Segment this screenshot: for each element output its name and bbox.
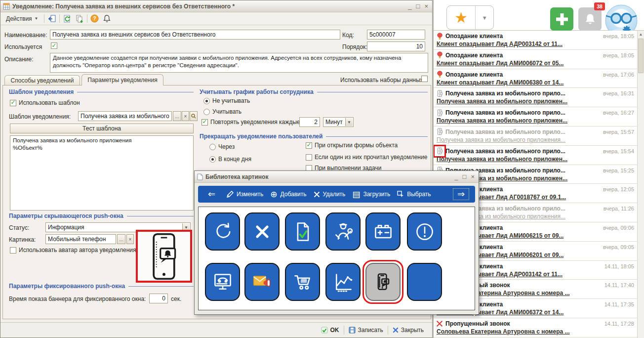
- chevron-down-icon[interactable]: ▼: [476, 6, 493, 29]
- tile-sync-icon[interactable]: [205, 212, 240, 251]
- notification-time: вчера, 18:05: [603, 52, 636, 58]
- notification-link[interactable]: Соловьева Екатерина Артуровна с номера .…: [437, 328, 637, 335]
- list-scrollbar[interactable]: ▲: [637, 31, 644, 338]
- tile-cart-icon[interactable]: [285, 263, 320, 301]
- repeat-checkbox[interactable]: [201, 119, 208, 126]
- picture-pick-button[interactable]: ...: [117, 234, 125, 244]
- tile-empty[interactable]: [407, 263, 442, 301]
- order-label: Порядок:: [342, 43, 367, 50]
- picture-clear-button[interactable]: ×: [126, 234, 134, 244]
- reread-icon[interactable]: [47, 14, 57, 24]
- tile-cancel-icon[interactable]: [244, 212, 280, 251]
- notification-item[interactable]: Получена заявка из мобильного прило... в…: [434, 127, 637, 146]
- star-icon[interactable]: ★: [447, 6, 475, 29]
- forward-arrow-icon[interactable]: ⇒: [453, 188, 469, 200]
- tile-document-check-icon[interactable]: [285, 212, 320, 251]
- notification-item[interactable]: Получена заявка из мобильного прило... в…: [434, 88, 637, 107]
- notifications-button[interactable]: [578, 7, 602, 31]
- save-button[interactable]: Записать: [344, 325, 388, 335]
- notification-link[interactable]: Получена заявка из мобильного приложен..…: [437, 98, 637, 105]
- template-input[interactable]: Получена заявка из мобильного: [78, 111, 172, 121]
- notification-item[interactable]: Опоздание клиента вчера, 18:05 Клиент оп…: [434, 50, 637, 69]
- scroll-up-icon[interactable]: ▲: [638, 31, 644, 38]
- tab-notification-methods[interactable]: Способы уведомлений: [4, 75, 80, 85]
- window-titlebar[interactable]: Уведомление: Получена заявка из внешних …: [0, 0, 432, 12]
- copy-icon[interactable]: [75, 14, 84, 24]
- actions-menu-button[interactable]: Действия▼: [3, 14, 41, 23]
- picture-input[interactable]: Мобильный телефон: [45, 234, 116, 244]
- scrollbar-thumb[interactable]: [638, 39, 644, 73]
- template-clear-button[interactable]: ×: [182, 111, 189, 121]
- tile-mail-campaign-icon[interactable]: [244, 263, 280, 301]
- maximize-icon[interactable]: □: [463, 173, 467, 180]
- repeat-unit-select[interactable]: Минут▼: [323, 117, 354, 127]
- bell-icon[interactable]: [102, 14, 112, 24]
- floppy-icon: [349, 327, 356, 334]
- x-icon: [314, 191, 320, 198]
- template-text-area[interactable]: Получена заявка из мобильного приложения…: [10, 135, 194, 211]
- balloon-icon: [436, 32, 443, 40]
- radio-stop-after[interactable]: [209, 144, 216, 150]
- datasets-checkbox[interactable]: [421, 76, 428, 82]
- select-button[interactable]: Выбрать: [397, 191, 431, 198]
- favorites-split-button[interactable]: ★ ▼: [446, 5, 494, 30]
- tab-notification-params[interactable]: Параметры уведомления: [81, 74, 163, 85]
- notification-item[interactable]: Получена заявка из мобильного прило... в…: [434, 146, 637, 165]
- template-pick-button[interactable]: ...: [173, 111, 181, 121]
- notification-link[interactable]: Получена заявка из мобильного приложен..…: [437, 117, 637, 124]
- close-icon[interactable]: ×: [424, 3, 428, 9]
- notification-item[interactable]: Опоздание клиента вчера, 18:05 Клиент оп…: [434, 31, 637, 50]
- notification-time: 14.11, 18:05: [604, 263, 636, 269]
- close-button[interactable]: Закрыть: [388, 325, 428, 335]
- load-button[interactable]: ▤Загрузить: [352, 190, 390, 199]
- tile-warning-icon[interactable]: [407, 212, 442, 251]
- pencil-icon: [226, 191, 234, 198]
- description-input[interactable]: Данное уведомление создается при получен…: [50, 53, 428, 73]
- maximize-icon[interactable]: □: [416, 3, 420, 9]
- notification-link[interactable]: Получена заявка из мобильного приложен..…: [437, 156, 637, 163]
- chevron-down-icon[interactable]: ▼: [345, 118, 353, 126]
- tile-phone-push-icon[interactable]: [365, 263, 401, 301]
- open-form-checkbox[interactable]: [306, 142, 312, 149]
- minimize-icon[interactable]: _: [408, 3, 411, 9]
- dialog-titlebar[interactable]: Библиотека картинок _ □ ×: [195, 171, 479, 183]
- repeat-interval-input[interactable]: 2: [299, 117, 320, 127]
- name-input[interactable]: Получена заявка из внешних сервисов без …: [50, 30, 340, 40]
- ok-button[interactable]: OK: [317, 325, 344, 335]
- tile-mechanic-icon[interactable]: [325, 212, 361, 251]
- radio-use-schedule[interactable]: [203, 109, 210, 115]
- one-read-checkbox[interactable]: [306, 154, 312, 161]
- notification-title: Получена заявка из мобильного прило...: [445, 90, 600, 97]
- delete-button[interactable]: Удалить: [314, 191, 346, 198]
- tile-line-chart-icon[interactable]: [325, 263, 361, 301]
- banner-time-input[interactable]: 0: [149, 294, 168, 303]
- template-search-button[interactable]: [190, 111, 198, 121]
- back-arrow-icon[interactable]: ⇐: [204, 189, 219, 200]
- tile-battery-icon[interactable]: [365, 212, 401, 251]
- refresh-icon[interactable]: [62, 14, 72, 24]
- minimize-icon[interactable]: _: [454, 173, 458, 180]
- add-button[interactable]: ⊕Добавить: [270, 190, 306, 199]
- code-input[interactable]: 5c000007: [367, 30, 425, 40]
- radio-stop-eod[interactable]: [209, 156, 216, 163]
- used-checkbox[interactable]: [51, 42, 57, 49]
- notification-link[interactable]: Клиент опаздывает Лид АДР003142 от 11...: [437, 41, 637, 47]
- notification-link[interactable]: Клиент опаздывает Лид АМИ006380 от 14...: [437, 79, 637, 86]
- notification-item[interactable]: Пропущенный звонок 14.11, 17:28 Соловьев…: [434, 318, 637, 338]
- notification-time: вчера, 09:05: [603, 244, 636, 250]
- edit-button[interactable]: Изменить: [226, 191, 263, 198]
- add-button[interactable]: [550, 7, 573, 31]
- order-input[interactable]: 10: [367, 42, 425, 51]
- notification-link[interactable]: Получена заявка из мобильного приложения…: [437, 136, 637, 143]
- radio-ignore-schedule[interactable]: [203, 98, 210, 104]
- notification-title: Получена заявка из мобильного прило...: [445, 128, 600, 135]
- avatar-checkbox[interactable]: [10, 247, 16, 254]
- notification-item[interactable]: Получена заявка из мобильного прило... в…: [434, 107, 637, 127]
- help-icon[interactable]: ?: [90, 14, 100, 24]
- test-template-button[interactable]: Тест шаблона: [10, 124, 194, 133]
- notification-item[interactable]: Опоздание клиента вчера, 17:06 Клиент оп…: [434, 69, 637, 88]
- use-template-checkbox[interactable]: [10, 100, 16, 106]
- tile-monitor-car-icon[interactable]: [205, 263, 240, 301]
- notification-link[interactable]: Клиент опаздывает Лид АМИ006072 от 05...: [437, 60, 637, 67]
- close-icon[interactable]: ×: [471, 173, 475, 180]
